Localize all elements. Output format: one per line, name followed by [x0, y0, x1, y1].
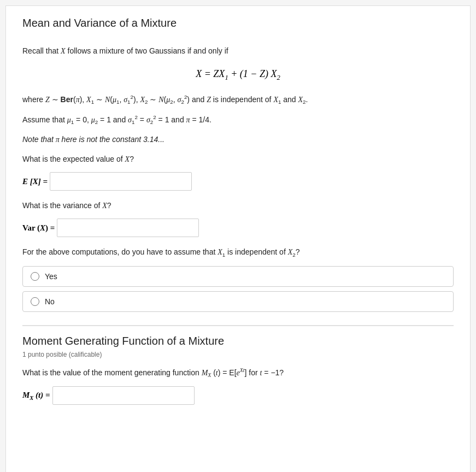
variance-label: Var (X) =: [22, 223, 55, 233]
assume-text: Assume that μ1 = 0, μ2 = 1 and σ12 = σ22…: [22, 113, 454, 127]
mgf-row: MX (t) =: [22, 386, 454, 405]
question-independence: For the above computations, do you have …: [22, 246, 454, 259]
conditions-text: where Z ∼ Ber(π), X1 ∼ N(μ1, σ12), X2 ∼ …: [22, 93, 454, 107]
expected-input[interactable]: [50, 172, 192, 191]
question-mgf: What is the value of the moment generati…: [22, 366, 454, 380]
page-container: Mean and Variance of a Mixture Recall th…: [5, 5, 471, 472]
main-formula: X = ZX1 + (1 − Z) X2: [22, 68, 454, 82]
question-expected: What is the expected value of X?: [22, 153, 454, 166]
expected-label: E [X] =: [22, 177, 48, 186]
expected-value-row: E [X] =: [22, 172, 454, 191]
note-text: Note that π here is not the constant 3.1…: [22, 133, 454, 146]
section2-title: Moment Generating Function of a Mixture: [22, 335, 454, 347]
intro-text: Recall that X follows a mixture of two G…: [22, 45, 454, 57]
radio-no[interactable]: [31, 297, 39, 306]
points-label: 1 punto posible (calificable): [22, 351, 454, 358]
radio-yes[interactable]: [31, 272, 39, 281]
radio-yes-option[interactable]: Yes: [22, 266, 454, 287]
variance-row: Var (X) =: [22, 219, 454, 237]
section1-title: Mean and Variance of a Mixture: [22, 17, 454, 34]
radio-no-label: No: [45, 297, 55, 306]
question-variance: What is the variance of X?: [22, 199, 454, 212]
radio-no-option[interactable]: No: [22, 291, 454, 312]
radio-yes-label: Yes: [45, 272, 57, 281]
mgf-input[interactable]: [52, 386, 195, 405]
variance-input[interactable]: [57, 219, 199, 237]
section-divider: [22, 325, 454, 326]
mgf-label: MX (t) =: [22, 391, 50, 401]
